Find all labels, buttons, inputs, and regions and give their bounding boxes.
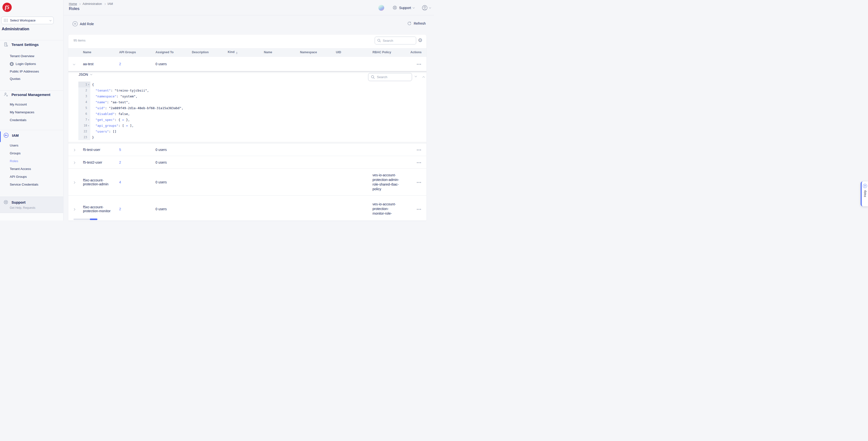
person-gear-icon xyxy=(3,92,8,97)
divider xyxy=(0,90,63,91)
horizontal-scrollbar[interactable] xyxy=(73,218,165,220)
search-icon xyxy=(371,75,375,79)
col-rbac-policy[interactable]: RBAC Policy xyxy=(372,50,404,55)
api-groups-link[interactable]: 2 xyxy=(119,62,121,66)
sidebar-item-my-account[interactable]: My Account xyxy=(10,100,27,108)
sidebar-item-public-ip-addresses[interactable]: Public IP Addresses xyxy=(10,68,39,75)
expand-row-icon[interactable] xyxy=(73,208,75,210)
code-line: 6"disabled": false, xyxy=(79,111,298,117)
account-menu[interactable] xyxy=(422,5,431,11)
code-line: 22"users": [] xyxy=(79,128,298,134)
support-title: Support xyxy=(11,200,26,204)
section-personal-management[interactable]: Personal Management xyxy=(3,92,50,97)
api-groups-link[interactable]: 2 xyxy=(119,160,121,164)
sidebar-item-service-credentials[interactable]: Service Credentials xyxy=(10,181,38,188)
code-line: 1▾{ xyxy=(79,82,298,87)
find-next-icon[interactable] xyxy=(415,75,417,77)
sort-icon[interactable] xyxy=(236,52,238,54)
workspace-selector[interactable]: Select Workspace xyxy=(1,17,54,24)
search-input[interactable] xyxy=(383,39,410,42)
chevron-down-icon xyxy=(413,6,415,8)
json-search-input[interactable] xyxy=(377,75,406,79)
section-iam[interactable]: IAM xyxy=(3,133,19,138)
refresh-icon xyxy=(407,21,412,26)
col-name[interactable]: Name xyxy=(83,51,119,54)
role-name: f5xc-account-protection-admin xyxy=(83,178,114,186)
row-actions-button[interactable]: ••• xyxy=(417,161,422,164)
col-assigned-to[interactable]: Assigned To xyxy=(155,51,192,54)
scrollbar-thumb[interactable] xyxy=(90,218,97,220)
fold-toggle-icon[interactable]: ▾ xyxy=(87,84,90,86)
api-groups-link[interactable]: 2 xyxy=(119,207,121,211)
breadcrumb-home[interactable]: Home xyxy=(69,2,77,6)
table-row[interactable]: f5-test2-user 2 0 users ••• xyxy=(68,156,427,169)
row-actions-button[interactable]: ••• xyxy=(417,62,422,66)
items-count: 95 items xyxy=(73,38,86,42)
section-title: Personal Management xyxy=(11,92,50,97)
col-name-2[interactable]: Name xyxy=(264,51,300,54)
col-namespace[interactable]: Namespace xyxy=(300,51,336,54)
col-description[interactable]: Description xyxy=(192,51,228,54)
code-line: 5"uid": "2a889f49-2d1a-48eb-bf68-31a15a3… xyxy=(79,105,298,111)
sidebar-item-roles[interactable]: Roles xyxy=(10,157,18,165)
assigned-to: 0 users xyxy=(155,160,192,164)
breadcrumb: Home Administration IAM xyxy=(69,2,113,6)
chevron-right-icon xyxy=(104,3,106,5)
sidebar-item-api-groups[interactable]: API Groups xyxy=(10,173,27,180)
table-search[interactable] xyxy=(375,37,416,45)
sidebar-item-credentials[interactable]: Credentials xyxy=(10,116,26,124)
sidebar-support[interactable]: Support Get Help, Requests xyxy=(0,197,63,213)
f5-logo-icon[interactable]: f5 xyxy=(2,3,12,12)
row-actions-button[interactable]: ••• xyxy=(417,148,422,152)
sidebar-item-tenant-overview[interactable]: Tenant Overview xyxy=(10,52,34,60)
code-line: 3"namespace": "system", xyxy=(79,93,298,99)
json-search[interactable] xyxy=(368,73,412,81)
roles-table-card: 95 items ⚙ Name API Groups Assigned To D… xyxy=(68,35,427,220)
api-groups-link[interactable]: 4 xyxy=(119,180,121,184)
lifebuoy-icon xyxy=(3,200,8,205)
active-section-indicator xyxy=(0,131,1,142)
sidebar-item-users[interactable]: Users xyxy=(10,142,18,149)
col-api-groups[interactable]: API Groups xyxy=(119,51,155,54)
code-line: 4"name": "aa-test", xyxy=(79,99,298,105)
assistant-orb-icon[interactable] xyxy=(378,5,384,11)
key-icon xyxy=(3,133,9,138)
sidebar-item-quotas[interactable]: Quotas xyxy=(10,75,21,83)
col-kind[interactable]: Kind xyxy=(228,50,264,54)
support-subtitle: Get Help, Requests xyxy=(10,206,35,209)
table-row[interactable]: aa-test 2 0 users ••• xyxy=(68,57,427,71)
rbac-policy: ves-io-account-protection-admin-role-sha… xyxy=(372,173,400,192)
section-tenant-settings[interactable]: Tenant Settings xyxy=(3,42,38,47)
search-icon xyxy=(377,38,381,42)
sidebar-item-groups[interactable]: Groups xyxy=(10,149,21,157)
row-actions-button[interactable]: ••• xyxy=(417,180,422,184)
row-actions-button[interactable]: ••• xyxy=(417,207,422,211)
table-row[interactable]: f5xc-account-protection-admin 4 0 users … xyxy=(68,169,427,195)
breadcrumb-administration[interactable]: Administration xyxy=(83,2,102,6)
col-uid[interactable]: UID xyxy=(336,51,372,54)
table-row[interactable]: f5-test-user 5 0 users ••• xyxy=(68,143,427,156)
col-actions: Actions xyxy=(404,51,422,54)
expand-row-icon[interactable] xyxy=(73,149,75,151)
section-title: IAM xyxy=(12,133,19,138)
expand-row-icon[interactable] xyxy=(73,161,75,164)
divider xyxy=(0,130,63,130)
sidebar-item-my-namespaces[interactable]: My Namespaces xyxy=(10,109,34,116)
add-role-button[interactable]: Add Role xyxy=(72,21,94,27)
table-row[interactable]: f5xc-account-protection-monitor 2 0 user… xyxy=(68,195,427,220)
plus-circle-icon xyxy=(72,21,78,27)
find-previous-icon[interactable] xyxy=(423,76,425,79)
view-mode-dropdown[interactable]: JSON xyxy=(79,72,92,77)
api-groups-link[interactable]: 5 xyxy=(119,148,121,152)
fold-toggle-icon[interactable]: ▸ xyxy=(87,124,90,127)
collapse-row-icon[interactable] xyxy=(73,63,75,65)
support-menu[interactable]: Support xyxy=(393,5,414,10)
expand-row-icon[interactable] xyxy=(73,181,75,184)
sidebar-item-login-options[interactable]: Login Options xyxy=(10,60,36,68)
breadcrumb-iam[interactable]: IAM xyxy=(107,2,113,6)
gear-icon[interactable]: ⚙ xyxy=(418,38,423,43)
sidebar-item-tenant-access[interactable]: Tenant Access xyxy=(10,165,31,173)
refresh-button[interactable]: Refresh xyxy=(407,21,426,26)
json-code-viewer[interactable]: 1▾{ 2"tenant": "treino-tyjcbsii", 3"name… xyxy=(79,82,298,140)
fold-toggle-icon[interactable]: ▸ xyxy=(87,119,90,121)
